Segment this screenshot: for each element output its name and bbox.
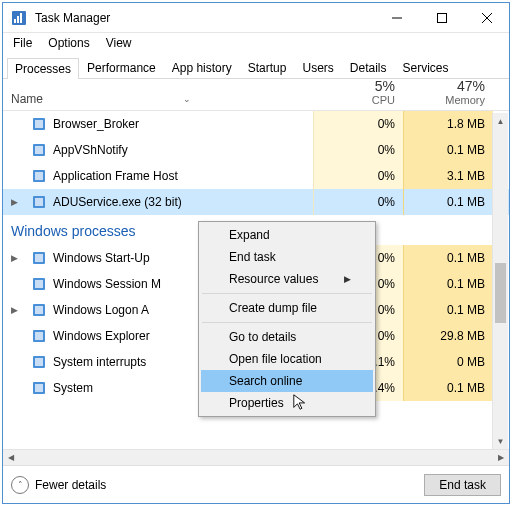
chevron-up-icon: ˄ <box>11 476 29 494</box>
tab-users[interactable]: Users <box>294 57 341 78</box>
cell-memory: 0.1 MB <box>403 271 493 297</box>
svg-rect-11 <box>35 146 43 154</box>
cell-name: ADUService.exe (32 bit) <box>3 194 313 210</box>
scroll-thumb[interactable] <box>495 263 506 323</box>
context-menu-item-search-online[interactable]: Search online <box>201 370 373 392</box>
process-name: Windows Start-Up <box>53 251 150 265</box>
menu-file[interactable]: File <box>5 34 40 52</box>
process-name: Application Frame Host <box>53 169 178 183</box>
menu-item-label: Go to details <box>229 330 296 344</box>
menu-options[interactable]: Options <box>40 34 97 52</box>
tabs: Processes Performance App history Startu… <box>3 53 509 79</box>
expand-chevron-icon[interactable]: ▶ <box>11 253 18 263</box>
window-title: Task Manager <box>35 11 374 25</box>
svg-rect-25 <box>35 358 43 366</box>
table-row[interactable]: AppVShNotify0%0.1 MB <box>3 137 509 163</box>
context-menu-item-create-dump-file[interactable]: Create dump file <box>201 297 373 319</box>
svg-rect-27 <box>35 384 43 392</box>
tab-performance[interactable]: Performance <box>79 57 164 78</box>
menu-item-label: Properties <box>229 396 284 410</box>
context-menu-item-go-to-details[interactable]: Go to details <box>201 326 373 348</box>
context-menu-item-resource-values[interactable]: Resource values▶ <box>201 268 373 290</box>
footer: ˄ Fewer details End task <box>3 465 509 503</box>
cell-memory: 0.1 MB <box>403 137 493 163</box>
col-name-label: Name <box>11 92 43 106</box>
process-icon <box>31 142 47 158</box>
sort-caret-icon: ⌄ <box>183 94 191 104</box>
svg-rect-3 <box>20 13 22 23</box>
context-menu: ExpandEnd taskResource values▶Create dum… <box>198 221 376 417</box>
svg-rect-1 <box>14 19 16 23</box>
tab-details[interactable]: Details <box>342 57 395 78</box>
context-menu-separator <box>202 322 372 323</box>
submenu-arrow-icon: ▶ <box>344 274 351 284</box>
menu-item-label: End task <box>229 250 276 264</box>
memory-percent: 47% <box>457 79 485 94</box>
expand-chevron-icon[interactable]: ▶ <box>11 197 18 207</box>
context-menu-item-properties[interactable]: Properties <box>201 392 373 414</box>
cell-cpu: 0% <box>313 163 403 189</box>
svg-rect-9 <box>35 120 43 128</box>
process-icon <box>31 380 47 396</box>
menu-item-label: Expand <box>229 228 270 242</box>
menu-item-label: Open file location <box>229 352 322 366</box>
process-icon <box>31 276 47 292</box>
svg-rect-13 <box>35 172 43 180</box>
cell-name: Application Frame Host <box>3 168 313 184</box>
cell-memory: 29.8 MB <box>403 323 493 349</box>
scroll-right-icon[interactable]: ▶ <box>493 453 509 462</box>
memory-label: Memory <box>445 94 485 106</box>
context-menu-item-end-task[interactable]: End task <box>201 246 373 268</box>
cell-memory: 1.8 MB <box>403 111 493 137</box>
menu-view[interactable]: View <box>98 34 140 52</box>
process-icon <box>31 354 47 370</box>
menu-item-label: Create dump file <box>229 301 317 315</box>
tab-services[interactable]: Services <box>395 57 457 78</box>
svg-rect-21 <box>35 306 43 314</box>
scroll-down-icon[interactable]: ▼ <box>493 433 508 449</box>
close-button[interactable] <box>464 3 509 32</box>
minimize-button[interactable] <box>374 3 419 32</box>
end-task-button[interactable]: End task <box>424 474 501 496</box>
cell-cpu: 0% <box>313 111 403 137</box>
col-name-header[interactable]: Name ⌄ <box>3 92 313 110</box>
process-name: Windows Explorer <box>53 329 150 343</box>
table-row[interactable]: Browser_Broker0%1.8 MB <box>3 111 509 137</box>
process-name: AppVShNotify <box>53 143 128 157</box>
tab-startup[interactable]: Startup <box>240 57 295 78</box>
fewer-details-label: Fewer details <box>35 478 106 492</box>
table-row[interactable]: Application Frame Host0%3.1 MB <box>3 163 509 189</box>
tab-app-history[interactable]: App history <box>164 57 240 78</box>
tab-processes[interactable]: Processes <box>7 58 79 79</box>
maximize-button[interactable] <box>419 3 464 32</box>
titlebar: Task Manager <box>3 3 509 33</box>
process-name: Windows Logon A <box>53 303 149 317</box>
cell-cpu: 0% <box>313 189 403 215</box>
cell-memory: 0.1 MB <box>403 375 493 401</box>
context-menu-separator <box>202 293 372 294</box>
table-row[interactable]: ▶ADUService.exe (32 bit)0%0.1 MB <box>3 189 509 215</box>
fewer-details-button[interactable]: ˄ Fewer details <box>11 476 416 494</box>
cell-memory: 3.1 MB <box>403 163 493 189</box>
process-name: ADUService.exe (32 bit) <box>53 195 182 209</box>
scroll-left-icon[interactable]: ◀ <box>3 453 19 462</box>
col-cpu-header[interactable]: 5% CPU <box>313 79 403 110</box>
svg-rect-5 <box>437 13 446 22</box>
process-icon <box>31 168 47 184</box>
svg-rect-15 <box>35 198 43 206</box>
cell-memory: 0.1 MB <box>403 189 493 215</box>
expand-chevron-icon[interactable]: ▶ <box>11 305 18 315</box>
process-name: System <box>53 381 93 395</box>
horizontal-scrollbar[interactable]: ◀ ▶ <box>3 449 509 465</box>
context-menu-item-expand[interactable]: Expand <box>201 224 373 246</box>
cell-memory: 0.1 MB <box>403 245 493 271</box>
process-name: Browser_Broker <box>53 117 139 131</box>
col-memory-header[interactable]: 47% Memory <box>403 79 493 110</box>
cell-name: AppVShNotify <box>3 142 313 158</box>
cpu-percent: 5% <box>375 79 395 94</box>
vertical-scrollbar[interactable]: ▲ ▼ <box>492 113 508 449</box>
context-menu-item-open-file-location[interactable]: Open file location <box>201 348 373 370</box>
column-headers: Name ⌄ 5% CPU 47% Memory <box>3 79 509 111</box>
cell-cpu: 0% <box>313 137 403 163</box>
scroll-up-icon[interactable]: ▲ <box>493 113 508 129</box>
